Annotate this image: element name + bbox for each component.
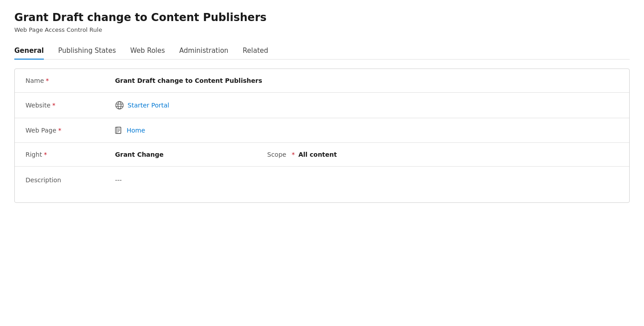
webpage-value-container: Home bbox=[115, 126, 618, 134]
right-required-star: * bbox=[44, 151, 47, 158]
website-required-star: * bbox=[52, 102, 55, 109]
scope-container: Scope * All content bbox=[249, 151, 618, 158]
page-subtitle: Web Page Access Control Rule bbox=[14, 26, 630, 33]
webpage-label: Web Page* bbox=[26, 127, 115, 134]
website-link[interactable]: Starter Portal bbox=[128, 102, 169, 109]
right-row: Right* Grant Change Scope * All content bbox=[15, 143, 629, 167]
tab-web-roles[interactable]: Web Roles bbox=[130, 42, 165, 59]
tab-navigation: General Publishing States Web Roles Admi… bbox=[14, 42, 630, 60]
right-value: Grant Change bbox=[115, 151, 249, 158]
name-required-star: * bbox=[46, 77, 49, 84]
website-label: Website* bbox=[26, 102, 115, 109]
webpage-row: Web Page* Home bbox=[15, 118, 629, 143]
form-card: Name* Grant Draft change to Content Publ… bbox=[14, 69, 630, 203]
website-value-container: Starter Portal bbox=[115, 101, 618, 110]
scope-value: All content bbox=[299, 151, 618, 158]
tab-administration[interactable]: Administration bbox=[179, 42, 229, 59]
description-value: --- bbox=[115, 176, 618, 184]
tab-general[interactable]: General bbox=[14, 42, 44, 59]
description-label: Description bbox=[26, 176, 115, 184]
right-label: Right* bbox=[26, 151, 115, 158]
svg-point-1 bbox=[118, 102, 121, 109]
name-value: Grant Draft change to Content Publishers bbox=[115, 77, 618, 84]
webpage-link[interactable]: Home bbox=[127, 127, 145, 134]
scope-label: Scope bbox=[267, 151, 286, 158]
webpage-icon bbox=[115, 126, 123, 134]
tab-related[interactable]: Related bbox=[243, 42, 268, 59]
globe-icon bbox=[115, 101, 124, 110]
website-row: Website* Starter Portal bbox=[15, 93, 629, 118]
scope-required-star: * bbox=[292, 151, 295, 158]
svg-point-0 bbox=[116, 102, 124, 109]
name-label: Name* bbox=[26, 77, 115, 84]
tab-publishing-states[interactable]: Publishing States bbox=[58, 42, 116, 59]
page-title: Grant Draft change to Content Publishers bbox=[14, 11, 630, 25]
webpage-required-star: * bbox=[58, 127, 61, 134]
description-row: Description --- bbox=[15, 167, 629, 202]
name-row: Name* Grant Draft change to Content Publ… bbox=[15, 69, 629, 93]
